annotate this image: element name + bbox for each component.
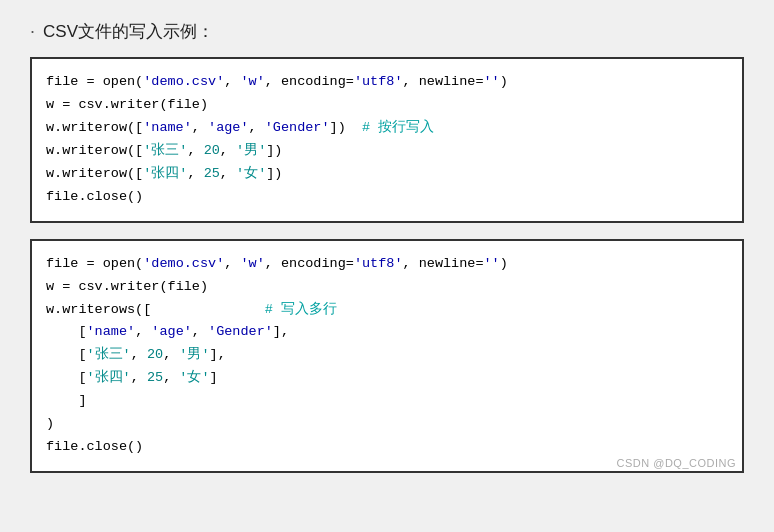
code-block-2: file = open('demo.csv', 'w', encoding='u…	[30, 239, 744, 473]
code-token: 'age'	[208, 120, 249, 135]
code-token: file.close()	[46, 439, 143, 454]
code-token: , newline=	[403, 74, 484, 89]
code-token: ,	[187, 166, 203, 181]
code-token: ])	[330, 120, 362, 135]
code-token: 'w'	[240, 74, 264, 89]
code-token: ,	[192, 324, 208, 339]
code-token: [	[46, 370, 87, 385]
code-token: 'Gender'	[208, 324, 273, 339]
code-line: w.writerow(['张三', 20, '男'])	[46, 140, 728, 163]
code-token: '张三'	[87, 347, 131, 362]
code-token: ,	[220, 166, 236, 181]
section-title: · CSV文件的写入示例：	[30, 20, 744, 43]
title-text: CSV文件的写入示例：	[43, 20, 214, 43]
code-token: [	[46, 347, 87, 362]
code-token: '张四'	[87, 370, 131, 385]
code-token: ,	[131, 347, 147, 362]
code-token: 'name'	[143, 120, 192, 135]
code-token: w	[46, 97, 54, 112]
code-token: csv.writer(file)	[78, 97, 208, 112]
code-token: [	[46, 324, 87, 339]
code-line: file.close()	[46, 186, 728, 209]
code-line: w = csv.writer(file)	[46, 276, 728, 299]
code-token: , encoding=	[265, 256, 354, 271]
code-token: 20	[204, 143, 220, 158]
code-token: ]	[46, 393, 87, 408]
code-line: w.writerow(['张四', 25, '女'])	[46, 163, 728, 186]
code-token: =	[78, 256, 102, 271]
code-token: 'demo.csv'	[143, 74, 224, 89]
watermark: CSDN @DQ_CODING	[616, 457, 736, 469]
code-token: =	[54, 279, 78, 294]
code-token: )	[500, 256, 508, 271]
code-token: ,	[135, 324, 151, 339]
code-token: 20	[147, 347, 163, 362]
code-token: ]	[210, 370, 218, 385]
code-token: ,	[192, 120, 208, 135]
code-token: ,	[163, 370, 179, 385]
code-token: 'demo.csv'	[143, 256, 224, 271]
code-token: '女'	[179, 370, 209, 385]
code-token: ''	[484, 256, 500, 271]
code-line: file = open('demo.csv', 'w', encoding='u…	[46, 71, 728, 94]
code-line: file.close()	[46, 436, 728, 459]
code-line: file = open('demo.csv', 'w', encoding='u…	[46, 253, 728, 276]
code-token: 'utf8'	[354, 256, 403, 271]
code-token: 'age'	[151, 324, 192, 339]
code-token: , encoding=	[265, 74, 354, 89]
code-token: ])	[266, 166, 282, 181]
code-token: =	[78, 74, 102, 89]
code-token: w	[46, 279, 54, 294]
code-token: # 写入多行	[265, 302, 337, 317]
code-token: ],	[210, 347, 226, 362]
code-line: ]	[46, 390, 728, 413]
code-token: ''	[484, 74, 500, 89]
code-token: ,	[224, 256, 240, 271]
code-token: 'w'	[240, 256, 264, 271]
code-line: ['张四', 25, '女']	[46, 367, 728, 390]
code-token: 'name'	[87, 324, 136, 339]
code-line: w.writerows([ # 写入多行	[46, 299, 728, 322]
code-token: '女'	[236, 166, 266, 181]
code-token: ,	[249, 120, 265, 135]
code-token: ,	[163, 347, 179, 362]
code-line: )	[46, 413, 728, 436]
code-token	[151, 302, 264, 317]
code-token: open(	[103, 74, 144, 89]
code-token: )	[500, 74, 508, 89]
code-token: # 按行写入	[362, 120, 434, 135]
code-token: w.writerow([	[46, 143, 143, 158]
code-token: w.writerows([	[46, 302, 151, 317]
code-token: '张四'	[143, 166, 187, 181]
code-token: '男'	[179, 347, 209, 362]
code-token: 'utf8'	[354, 74, 403, 89]
code-token: ,	[131, 370, 147, 385]
code-block-1: file = open('demo.csv', 'w', encoding='u…	[30, 57, 744, 223]
code-token: file	[46, 256, 78, 271]
code-token: , newline=	[403, 256, 484, 271]
code-token: '张三'	[143, 143, 187, 158]
code-token: file	[46, 74, 78, 89]
code-token: file.close()	[46, 189, 143, 204]
code-token: 'Gender'	[265, 120, 330, 135]
code-token: w.writerow([	[46, 120, 143, 135]
code-token: ],	[273, 324, 289, 339]
code-token: ,	[224, 74, 240, 89]
code-token: w.writerow([	[46, 166, 143, 181]
code-line: ['张三', 20, '男'],	[46, 344, 728, 367]
code-line: ['name', 'age', 'Gender'],	[46, 321, 728, 344]
code-token: '男'	[236, 143, 266, 158]
code-line: w = csv.writer(file)	[46, 94, 728, 117]
code-token: ,	[220, 143, 236, 158]
code-token: 25	[204, 166, 220, 181]
code-token: ])	[266, 143, 282, 158]
code-token: 25	[147, 370, 163, 385]
code-token: ,	[187, 143, 203, 158]
code-token: open(	[103, 256, 144, 271]
code-token: )	[46, 416, 54, 431]
page-container: · CSV文件的写入示例： file = open('demo.csv', 'w…	[30, 20, 744, 473]
code-line: w.writerow(['name', 'age', 'Gender']) # …	[46, 117, 728, 140]
code-token: csv.writer(file)	[78, 279, 208, 294]
bullet: ·	[30, 21, 35, 42]
code-token: =	[54, 97, 78, 112]
